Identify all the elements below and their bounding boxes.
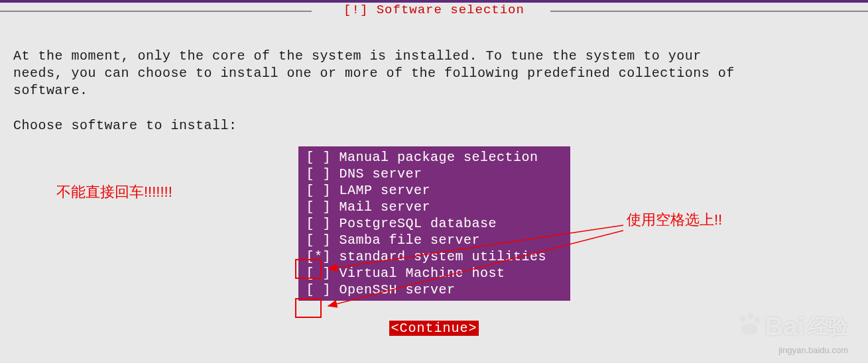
svg-point-6: [741, 323, 757, 335]
svg-point-5: [754, 317, 761, 323]
continue-button[interactable]: <Continue>: [389, 321, 478, 336]
option-mail-server[interactable]: [ ] Mail server: [298, 199, 570, 215]
checkbox-icon: [ ]: [306, 183, 332, 198]
option-label: Mail server: [340, 199, 431, 215]
dialog-title: [!] Software selection: [343, 3, 525, 17]
option-label: LAMP server: [340, 183, 431, 198]
dialog-header: [!] Software selection: [0, 3, 868, 21]
software-options-panel[interactable]: [ ] Manual package selection [ ] DNS ser…: [298, 146, 570, 301]
option-label: Virtual Machine host: [340, 266, 505, 281]
watermark-brand-suffix: 经验: [808, 313, 848, 340]
dialog-title-wrap: [!] Software selection: [338, 3, 530, 21]
checkbox-icon: [ ]: [306, 216, 332, 231]
annotation-left: 不能直接回车!!!!!!!: [56, 182, 172, 202]
paw-icon: [736, 311, 763, 343]
option-label: OpenSSH server: [340, 282, 456, 297]
checkbox-icon: [ ]: [306, 266, 332, 281]
option-label: PostgreSQL database: [340, 216, 497, 231]
checkbox-icon: [ ]: [306, 233, 332, 248]
checkbox-icon: [ ]: [306, 282, 332, 297]
highlight-box-openssh: [295, 298, 322, 318]
description-text: At the moment, only the core of the syst…: [13, 48, 855, 99]
option-lamp-server[interactable]: [ ] LAMP server: [298, 182, 570, 199]
option-standard-utilities[interactable]: [*] standard system utilities: [298, 248, 570, 265]
option-label: Manual package selection: [340, 150, 538, 165]
option-dns-server[interactable]: [ ] DNS server: [298, 166, 570, 182]
checkbox-icon: [ ]: [306, 166, 332, 182]
checkbox-icon: [ ]: [306, 199, 332, 215]
annotation-right: 使用空格选上!!: [627, 210, 722, 230]
svg-point-3: [739, 315, 746, 322]
header-rule-left: [0, 11, 312, 12]
header-rule-right: [550, 11, 868, 12]
option-label: Samba file server: [340, 233, 481, 248]
watermark-url: jingyan.baidu.com: [778, 345, 848, 355]
watermark-brand: Bai: [765, 313, 804, 341]
option-vm-host[interactable]: [ ] Virtual Machine host: [298, 265, 570, 282]
svg-point-4: [747, 313, 754, 319]
option-manual-package[interactable]: [ ] Manual package selection: [298, 149, 570, 166]
option-postgresql[interactable]: [ ] PostgreSQL database: [298, 215, 570, 232]
option-label: standard system utilities: [340, 249, 547, 264]
option-label: DNS server: [340, 166, 422, 182]
option-openssh[interactable]: [ ] OpenSSH server: [298, 282, 570, 298]
option-samba[interactable]: [ ] Samba file server: [298, 232, 570, 248]
watermark-logo: Bai 经验: [736, 311, 848, 343]
checkbox-icon: [ ]: [306, 150, 332, 165]
prompt-text: Choose software to install:: [13, 118, 855, 133]
checkbox-icon: [*]: [306, 249, 332, 264]
